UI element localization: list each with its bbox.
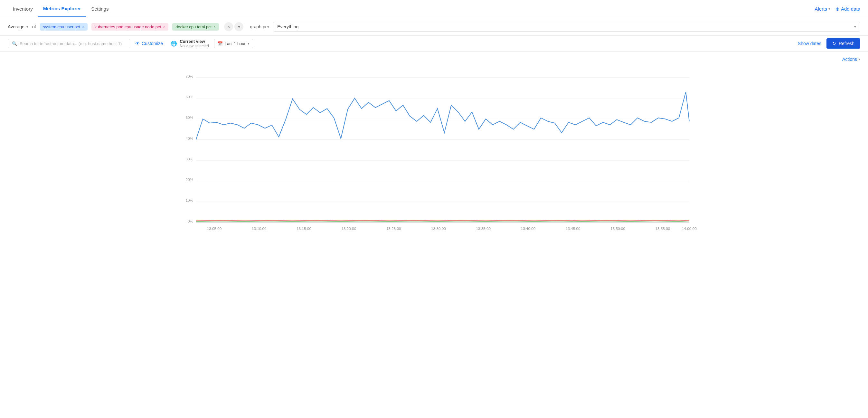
svg-text:13:10:00: 13:10:00 bbox=[252, 227, 267, 231]
aggregate-chevron-icon: ▾ bbox=[26, 25, 28, 29]
search-placeholder: Search for infrastructure data... (e.g. … bbox=[20, 41, 122, 46]
search-box[interactable]: 🔍 Search for infrastructure data... (e.g… bbox=[8, 39, 130, 48]
actions-label: Actions bbox=[842, 57, 857, 62]
add-data-button[interactable]: ⊕ Add data bbox=[835, 6, 860, 12]
graph-per-chevron-icon: ▾ bbox=[854, 25, 856, 29]
svg-text:70%: 70% bbox=[186, 74, 193, 78]
svg-text:13:05:00: 13:05:00 bbox=[207, 227, 222, 231]
svg-text:30%: 30% bbox=[186, 157, 193, 161]
actions-button[interactable]: Actions ▾ bbox=[842, 57, 860, 62]
of-label: of bbox=[32, 24, 36, 29]
alerts-button[interactable]: Alerts ▾ bbox=[815, 6, 830, 11]
svg-text:60%: 60% bbox=[186, 95, 193, 99]
nav-item-inventory[interactable]: Inventory bbox=[8, 1, 38, 17]
svg-text:10%: 10% bbox=[186, 198, 193, 202]
chart-container: 70% 60% 50% 40% 30% 20% 10% 0% 13:05:00 … bbox=[8, 64, 860, 258]
current-view-title: Current view bbox=[180, 39, 209, 44]
aggregate-value: Average bbox=[8, 24, 25, 29]
metric-close-icon[interactable]: × bbox=[163, 25, 165, 29]
customize-button[interactable]: 👁 Customize bbox=[135, 41, 163, 46]
metric-close-icon[interactable]: × bbox=[82, 25, 84, 29]
actions-chevron-icon: ▾ bbox=[858, 57, 860, 61]
graph-per-select[interactable]: Everything ▾ bbox=[273, 22, 860, 32]
line-kubernetes-cpu bbox=[196, 220, 689, 220]
time-picker[interactable]: 📅 Last 1 hour ▾ bbox=[214, 39, 253, 48]
refresh-icon: ↻ bbox=[832, 41, 836, 46]
search-icon: 🔍 bbox=[12, 41, 17, 46]
svg-text:13:45:00: 13:45:00 bbox=[566, 227, 581, 231]
refresh-button[interactable]: ↻ Refresh bbox=[827, 38, 860, 49]
svg-text:14:00:00: 14:00:00 bbox=[682, 227, 697, 231]
metric-label: system.cpu.user.pct bbox=[43, 25, 80, 29]
eye-icon: 👁 bbox=[135, 41, 140, 46]
actions-bar: Actions ▾ bbox=[8, 57, 860, 62]
current-view-text: Current view No view selected bbox=[180, 39, 209, 48]
svg-text:13:50:00: 13:50:00 bbox=[611, 227, 625, 231]
time-range-value: Last 1 hour bbox=[225, 41, 246, 46]
current-view-subtitle: No view selected bbox=[180, 44, 209, 48]
graph-per-value: Everything bbox=[277, 24, 299, 29]
metric-tag-system-cpu: system.cpu.user.pct × bbox=[40, 23, 88, 31]
metric-controls: × ▾ bbox=[224, 22, 243, 31]
graph-per-label: graph per bbox=[250, 24, 269, 29]
svg-text:13:40:00: 13:40:00 bbox=[521, 227, 536, 231]
refresh-label: Refresh bbox=[839, 41, 855, 46]
line-docker-cpu bbox=[196, 221, 689, 221]
nav-item-metrics-explorer[interactable]: Metrics Explorer bbox=[38, 1, 86, 17]
chart-area: Actions ▾ 70% 60% 50% 40% 30% 20% 10% 0%… bbox=[0, 52, 868, 258]
time-picker-chevron-icon: ▾ bbox=[248, 41, 250, 46]
alerts-chevron-icon: ▾ bbox=[828, 7, 830, 11]
svg-text:13:25:00: 13:25:00 bbox=[386, 227, 401, 231]
clear-metrics-button[interactable]: × bbox=[224, 22, 233, 31]
svg-text:13:15:00: 13:15:00 bbox=[297, 227, 311, 231]
svg-text:13:20:00: 13:20:00 bbox=[341, 227, 356, 231]
metric-label: kubernetes.pod.cpu.usage.node.pct bbox=[95, 25, 161, 29]
metric-label: docker.cpu.total.pct bbox=[176, 25, 212, 29]
toolbar-row2: 🔍 Search for infrastructure data... (e.g… bbox=[0, 36, 868, 52]
svg-text:0%: 0% bbox=[188, 219, 193, 223]
current-view-section: 🌐 Current view No view selected bbox=[170, 39, 209, 48]
svg-text:50%: 50% bbox=[186, 115, 193, 119]
calendar-icon: 📅 bbox=[218, 41, 223, 46]
globe-icon: 🌐 bbox=[170, 40, 177, 47]
show-dates-button[interactable]: Show dates bbox=[798, 41, 821, 46]
svg-text:40%: 40% bbox=[186, 136, 193, 141]
nav-item-settings[interactable]: Settings bbox=[86, 1, 114, 17]
nav-tabs: Inventory Metrics Explorer Settings bbox=[8, 1, 114, 17]
nav-right: Alerts ▾ ⊕ Add data bbox=[815, 6, 860, 12]
svg-text:13:55:00: 13:55:00 bbox=[655, 227, 670, 231]
svg-text:20%: 20% bbox=[186, 177, 193, 182]
svg-text:13:35:00: 13:35:00 bbox=[476, 227, 491, 231]
svg-text:13:30:00: 13:30:00 bbox=[431, 227, 446, 231]
metric-tag-kubernetes-cpu: kubernetes.pod.cpu.usage.node.pct × bbox=[91, 23, 169, 31]
metrics-chart: 70% 60% 50% 40% 30% 20% 10% 0% 13:05:00 … bbox=[8, 64, 860, 258]
alerts-label: Alerts bbox=[815, 6, 827, 11]
metric-close-icon[interactable]: × bbox=[213, 25, 216, 29]
plus-circle-icon: ⊕ bbox=[835, 6, 840, 12]
toolbar-row1: Average ▾ of system.cpu.user.pct × kuber… bbox=[0, 18, 868, 36]
line-system-cpu bbox=[196, 92, 689, 140]
metric-tag-docker-cpu: docker.cpu.total.pct × bbox=[172, 23, 219, 31]
top-nav: Inventory Metrics Explorer Settings Aler… bbox=[0, 0, 868, 18]
aggregate-select[interactable]: Average ▾ bbox=[8, 24, 28, 29]
add-metric-dropdown-button[interactable]: ▾ bbox=[235, 22, 243, 31]
